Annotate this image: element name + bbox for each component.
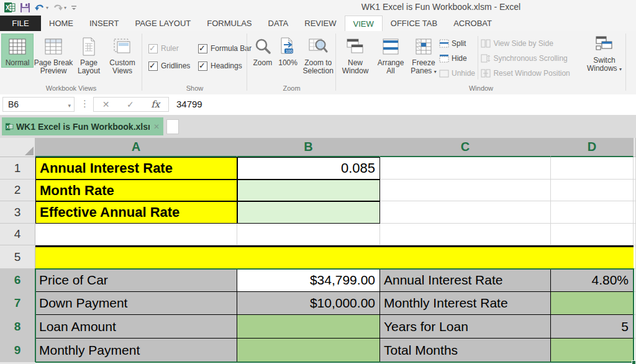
cell-C2[interactable] [380, 180, 551, 201]
cell-E5[interactable] [634, 245, 636, 269]
reset-window-position-button[interactable]: Reset Window Position [481, 66, 583, 81]
cancel-icon[interactable]: ✕ [102, 99, 110, 109]
page-layout-button[interactable]: Page Layout [73, 34, 104, 75]
new-window-button[interactable]: New Window [337, 34, 373, 75]
freeze-panes-dropdown-arrow[interactable]: ▾ [434, 69, 437, 75]
cell-C3[interactable] [380, 201, 551, 224]
column-header-C[interactable]: C [380, 138, 551, 157]
custom-views-button[interactable]: Custom Views [104, 34, 140, 75]
cell-D4[interactable] [551, 224, 634, 245]
document-tab-close-icon[interactable]: ✕ [153, 122, 160, 131]
excel-app-icon[interactable]: X [4, 1, 16, 14]
normal-view-button[interactable]: Normal [1, 34, 34, 68]
cell-D8[interactable]: 5 [551, 315, 634, 339]
cell-A6[interactable]: Price of Car [35, 269, 237, 292]
cell-B8[interactable] [237, 315, 380, 339]
cell-D2[interactable] [551, 180, 634, 201]
cell-E9[interactable] [634, 339, 636, 362]
cell-E2[interactable] [634, 180, 636, 201]
cell-D9[interactable] [551, 339, 634, 362]
tab-acrobat[interactable]: ACROBAT [445, 16, 500, 31]
row-header-4[interactable]: 4 [0, 224, 35, 245]
cell-C9[interactable]: Total Months [380, 339, 551, 362]
cell-D3[interactable] [551, 201, 634, 224]
row-header-3[interactable]: 3 [0, 201, 35, 224]
freeze-panes-button[interactable]: Freeze Panes ▾ [408, 34, 439, 76]
column-header-D[interactable]: D [551, 138, 634, 157]
undo-icon[interactable]: ▾ [34, 2, 48, 12]
cell-A2[interactable]: Month Rate [35, 180, 237, 201]
row-header-1[interactable]: 1 [0, 157, 35, 180]
synchronous-scrolling-button[interactable]: Synchronous Scrolling [481, 51, 583, 66]
tab-formulas[interactable]: FORMULAS [199, 16, 260, 31]
name-box[interactable]: B6 ▾ [2, 97, 75, 112]
cell-D5[interactable] [551, 245, 634, 269]
tab-office-tab[interactable]: OFFICE TAB [383, 16, 445, 31]
cell-B4[interactable] [237, 224, 380, 245]
cell-C1[interactable] [380, 157, 551, 180]
split-button[interactable]: Split [439, 36, 475, 51]
select-all-corner[interactable] [0, 138, 35, 157]
page-break-preview-button[interactable]: Page Break Preview [34, 34, 73, 75]
zoom-100-button[interactable]: 100 100% [276, 34, 301, 67]
zoom-to-selection-button[interactable]: Zoom to Selection [300, 34, 336, 75]
cell-D7[interactable] [551, 292, 634, 315]
row-header-8[interactable]: 8 [0, 315, 35, 339]
cell-E1[interactable] [634, 157, 636, 180]
cell-B3[interactable] [237, 201, 380, 224]
row-header-9[interactable]: 9 [0, 339, 35, 362]
cell-C8[interactable]: Years for Loan [380, 315, 551, 339]
cell-C4[interactable] [380, 224, 551, 245]
tab-data[interactable]: DATA [260, 16, 297, 31]
cell-A5[interactable] [35, 245, 237, 269]
cell-A4[interactable] [35, 224, 237, 245]
cell-B2[interactable] [237, 180, 380, 201]
redo-dropdown-arrow[interactable]: ▾ [64, 5, 66, 11]
tab-insert[interactable]: INSERT [81, 16, 127, 31]
hide-button[interactable]: Hide [439, 51, 475, 66]
redo-icon[interactable]: ▾ [52, 2, 66, 12]
cell-D1[interactable] [551, 157, 634, 180]
cell-A3[interactable]: Effective Annual Rate [35, 201, 237, 224]
cell-D6[interactable]: 4.80% [551, 269, 634, 292]
formula-bar-value[interactable]: 34799 [176, 99, 202, 109]
cell-A8[interactable]: Loan Amount [35, 315, 237, 339]
selection-fill-handle[interactable] [632, 360, 636, 364]
arrange-all-button[interactable]: Arrange All [373, 34, 408, 75]
cell-B7[interactable]: $10,000.00 [237, 292, 380, 315]
tab-home[interactable]: HOME [41, 16, 81, 31]
cell-B9[interactable] [237, 339, 380, 362]
cell-B1[interactable]: 0.085 [237, 157, 380, 180]
tab-view[interactable]: VIEW [345, 16, 383, 32]
row-header-5[interactable]: 5 [0, 245, 35, 269]
cell-C5[interactable] [380, 245, 551, 269]
zoom-button[interactable]: Zoom [250, 34, 276, 67]
new-document-tab-button[interactable] [166, 119, 179, 134]
document-tab-active[interactable]: X WK1 Excel is Fun Workbook.xlsm * ✕ [2, 117, 163, 135]
undo-dropdown-arrow[interactable]: ▾ [46, 5, 48, 11]
row-header-2[interactable]: 2 [0, 180, 35, 201]
macros-button-partial[interactable]: M [629, 31, 636, 65]
unhide-button[interactable]: Unhide [439, 66, 475, 81]
tab-page-layout[interactable]: PAGE LAYOUT [127, 16, 199, 31]
cell-C6[interactable]: Annual Interest Rate [380, 269, 551, 292]
formula-bar-options-icon[interactable]: ⋮ [80, 98, 89, 109]
cell-C7[interactable]: Monthly Interest Rate [380, 292, 551, 315]
switch-windows-button[interactable]: Switch Windows ▾ [583, 31, 626, 73]
cell-E4[interactable] [634, 224, 636, 245]
cell-A9[interactable]: Monthly Payment [35, 339, 237, 362]
customize-qat-icon[interactable] [70, 3, 78, 12]
enter-icon[interactable]: ✓ [127, 99, 134, 109]
row-header-6[interactable]: 6 [0, 269, 35, 292]
name-box-dropdown-arrow[interactable]: ▾ [68, 102, 71, 109]
cell-E7[interactable] [634, 292, 636, 315]
column-header-partial[interactable] [634, 138, 636, 157]
cell-E8[interactable] [634, 315, 636, 339]
view-side-by-side-button[interactable]: View Side by Side [481, 36, 583, 51]
cell-B6[interactable]: $34,799.00 [237, 269, 380, 292]
row-header-7[interactable]: 7 [0, 292, 35, 315]
cell-E6[interactable] [634, 269, 636, 292]
gridlines-checkbox[interactable]: Gridlines [148, 57, 198, 75]
tab-file[interactable]: FILE [0, 16, 41, 31]
save-icon[interactable] [20, 2, 30, 13]
